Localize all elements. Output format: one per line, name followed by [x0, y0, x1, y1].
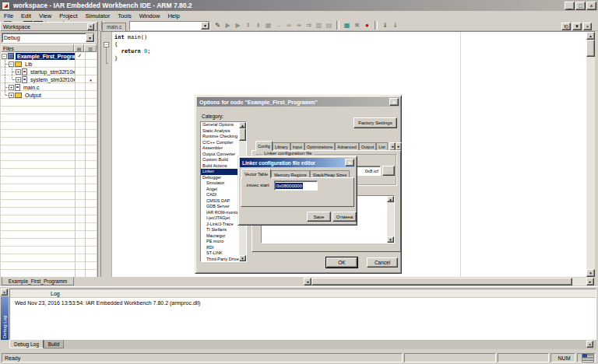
category-angel[interactable]: Angel [201, 187, 239, 193]
scroll-down-icon[interactable]: ▼ [586, 269, 595, 277]
menu-help[interactable]: Help [164, 12, 183, 20]
category-build-actions[interactable]: Build Actions [201, 163, 239, 170]
code-token: main() [125, 34, 148, 40]
category-st-link[interactable]: ST-LINK [201, 250, 239, 257]
expand-icon[interactable]: + [16, 69, 21, 75]
category-iar-rom-monitor[interactable]: IAR ROM-monitor [201, 210, 239, 216]
category-cadi[interactable]: CADI [201, 192, 239, 198]
dialog-cancel-button[interactable]: Отмена [332, 212, 357, 222]
category-simulator[interactable]: Simulator [201, 180, 239, 187]
category-assembler[interactable]: Assembler [201, 145, 239, 152]
scroll-up-icon[interactable]: ▲ [387, 196, 394, 202]
tree-item-main: +main.c [1, 83, 75, 91]
workspace-bottom-tab[interactable]: Example_First_Programm [2, 277, 74, 285]
tree-item-lib[interactable]: −Lib [1, 60, 97, 68]
folder-icon [15, 61, 22, 67]
fold-marker[interactable]: − [104, 42, 109, 47]
us-flag-icon[interactable] [582, 353, 594, 362]
linker-editor-titlebar[interactable]: Linker configuration file editor × [240, 158, 355, 167]
tree-item-main: +startup_stm32f10x_md.s [1, 68, 75, 75]
category-c-c-compiler[interactable]: C/C++ Compiler [201, 140, 239, 146]
category-rdi[interactable]: RDI [201, 245, 239, 251]
maximize-button[interactable]: □ [575, 2, 586, 10]
menu-file[interactable]: File [0, 12, 17, 20]
scroll-up-icon[interactable]: ▲ [586, 32, 595, 40]
category-cmsis-dap[interactable]: CMSIS DAP [201, 198, 239, 205]
scrollbar-thumb[interactable] [586, 40, 595, 57]
category-macraigor[interactable]: Macraigor [201, 233, 239, 240]
configuration-dropdown[interactable]: Debug ▼ [2, 33, 95, 43]
log-tab-debug-log[interactable]: Debug Log [9, 340, 44, 348]
scrollbar-thumb[interactable] [239, 128, 246, 141]
log-tab-build[interactable]: Build [44, 340, 64, 348]
close-button[interactable]: × [586, 2, 596, 10]
menu-project[interactable]: Project [55, 12, 81, 20]
scroll-right-icon[interactable]: ► [586, 278, 594, 285]
go-to-function-button[interactable]: f() [561, 23, 571, 30]
category-pe-micro[interactable]: PE micro [201, 239, 239, 245]
scroll-left-icon[interactable]: ◄ [304, 278, 311, 285]
scroll-down-icon[interactable]: ▼ [239, 255, 246, 261]
tree-item-startup-stm32f10x-md-s[interactable]: +startup_stm32f10x_md.s [1, 68, 97, 75]
cancel-button[interactable]: Cancel [367, 257, 398, 268]
scroll-up-icon[interactable]: ▲ [239, 122, 246, 128]
tree-item-output[interactable]: +Output [1, 91, 97, 99]
linker-editor-close-icon[interactable]: × [345, 159, 354, 166]
tab-config[interactable]: Config [255, 141, 273, 151]
save-button[interactable]: Save [307, 212, 331, 222]
editor-tab-main-c[interactable]: main.c [102, 23, 126, 31]
chevron-down-icon[interactable]: ▼ [86, 33, 94, 42]
category-output-converter[interactable]: Output Converter [201, 152, 239, 158]
category-general-options[interactable]: General Options [201, 122, 239, 128]
collapse-icon[interactable]: − [9, 61, 14, 67]
category-third-party-driver[interactable]: Third-Party Driver [201, 257, 239, 262]
editor-horizontal-scrollbar[interactable]: ◄ ► [304, 278, 594, 285]
menu-window[interactable]: Window [135, 12, 164, 20]
scrollbar-thumb[interactable] [311, 278, 572, 285]
factory-settings-button[interactable]: Factory Settings [354, 117, 397, 128]
keyboard-layout-panel [577, 353, 596, 362]
ok-button[interactable]: OK [326, 257, 357, 268]
log-pane-close-icon[interactable]: × [586, 341, 593, 348]
editor-vertical-scrollbar[interactable]: ▲ ▼ [586, 32, 595, 277]
options-column-header-icon[interactable]: ▤ [74, 44, 84, 52]
expand-icon[interactable]: + [16, 77, 21, 82]
build-column-header-icon[interactable]: ▥ [84, 44, 97, 52]
category-runtime-checking[interactable]: Runtime Checking [201, 134, 239, 140]
code-text[interactable]: int main(){ return 0;} [114, 34, 150, 62]
symbol-box-scrollbar[interactable]: ▲ ▼ [387, 196, 394, 243]
menu-simulator[interactable]: Simulator [82, 12, 114, 20]
log-close-icon[interactable]: × [1, 289, 8, 296]
scroll-down-icon[interactable]: ▼ [387, 236, 394, 243]
options-close-icon[interactable]: × [389, 98, 399, 106]
category-static-analysis[interactable]: Static Analysis [201, 128, 239, 135]
workspace-close-icon[interactable]: × [87, 23, 94, 30]
file-c-icon [22, 76, 27, 83]
category-custom-build[interactable]: Custom Build [201, 157, 239, 163]
browse-button[interactable]: ... [382, 166, 395, 176]
tree-item-system-stm32f10x-c[interactable]: +system_stm32f10x.c* [1, 75, 97, 83]
tree-item-example-first-program[interactable]: −Example_First_Program...✓ [1, 52, 97, 60]
category-i-jet-jtagjet[interactable]: I-jet/JTAGjet [201, 215, 239, 222]
files-column-header[interactable]: Files [1, 44, 74, 52]
tab-vector-table[interactable]: Vector Table [241, 169, 271, 178]
category-ti-stellaris[interactable]: TI Stellaris [201, 227, 239, 233]
category-gdb-server[interactable]: GDB Server [201, 204, 239, 210]
fold-line-end [106, 63, 108, 64]
collapse-icon[interactable]: − [2, 54, 7, 59]
options-dialog-titlebar[interactable]: Options for node "Example_First_Programm… [197, 97, 399, 107]
menu-tools[interactable]: Tools [114, 12, 135, 20]
intvec-start-field[interactable]: 0x08000000 [274, 180, 318, 191]
expand-icon[interactable]: + [9, 93, 14, 98]
minimize-button[interactable]: _ [565, 2, 575, 10]
editor-close-icon[interactable]: × [583, 23, 592, 30]
menu-edit[interactable]: Edit [17, 12, 35, 20]
expand-icon[interactable]: + [9, 85, 14, 90]
category-linker[interactable]: Linker [201, 169, 239, 175]
log-vertical-title[interactable]: Debug Log [1, 296, 9, 340]
category-debugger[interactable]: Debugger [201, 175, 239, 181]
tree-item-main-c[interactable]: +main.c [1, 83, 97, 91]
chevron-down-icon[interactable]: ▼ [572, 23, 582, 30]
category-j-link-j-trace[interactable]: J-Link/J-Trace [201, 222, 239, 228]
menu-view[interactable]: View [35, 12, 55, 20]
